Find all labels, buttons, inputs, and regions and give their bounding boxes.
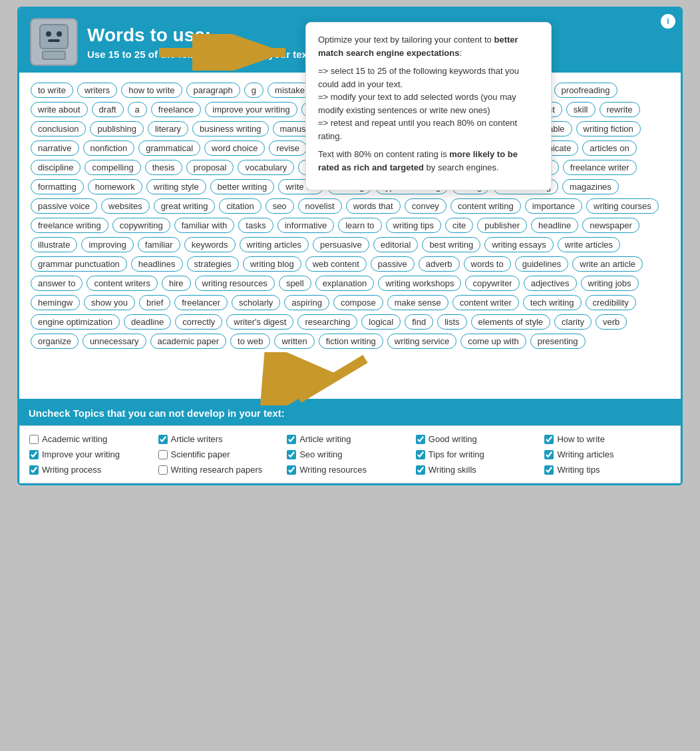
topic-checkbox[interactable] — [29, 450, 39, 459]
keyword-tag[interactable]: freelancer — [174, 295, 228, 310]
keyword-tag[interactable]: writing courses — [586, 198, 659, 214]
keyword-tag[interactable]: write articles — [558, 237, 620, 252]
keyword-tag[interactable]: strategies — [187, 256, 239, 272]
keyword-tag[interactable]: convey — [405, 198, 446, 214]
keyword-tag[interactable]: grammatical — [138, 140, 200, 156]
keyword-tag[interactable]: writing workshops — [378, 276, 461, 291]
keyword-tag[interactable]: great writing — [154, 198, 216, 214]
topic-checkbox[interactable] — [416, 435, 425, 444]
keyword-tag[interactable]: word choice — [204, 140, 265, 156]
keyword-tag[interactable]: writing articles — [240, 237, 309, 252]
keyword-tag[interactable]: writing blog — [243, 256, 301, 272]
keyword-tag[interactable]: seo — [265, 198, 294, 214]
keyword-tag[interactable]: freelance writer — [563, 160, 637, 175]
keyword-tag[interactable]: deadline — [124, 314, 171, 330]
keyword-tag[interactable]: web content — [305, 256, 367, 272]
keyword-tag[interactable]: come up with — [460, 334, 526, 349]
keyword-tag[interactable]: rewrite — [600, 102, 640, 117]
keyword-tag[interactable]: improve your writing — [205, 102, 297, 117]
keyword-tag[interactable]: illustrate — [31, 237, 77, 252]
keyword-tag[interactable]: aspiring — [284, 295, 329, 310]
keyword-tag[interactable]: brief — [139, 295, 170, 310]
keyword-tag[interactable]: tasks — [238, 218, 273, 233]
keyword-tag[interactable]: hemingw — [31, 295, 80, 310]
keyword-tag[interactable]: writing essays — [484, 237, 554, 252]
keyword-tag[interactable]: adverb — [419, 256, 460, 272]
keyword-tag[interactable]: content writing — [450, 198, 521, 214]
keyword-tag[interactable]: writing style — [146, 179, 206, 194]
keyword-tag[interactable]: persuasive — [313, 237, 369, 252]
keyword-tag[interactable]: familiar with — [174, 218, 235, 233]
keyword-tag[interactable]: proposal — [186, 160, 234, 175]
keyword-tag[interactable]: fiction writing — [319, 334, 383, 349]
keyword-tag[interactable]: newspaper — [582, 218, 639, 233]
keyword-tag[interactable]: academic paper — [150, 334, 227, 349]
keyword-tag[interactable]: better writing — [210, 179, 274, 194]
keyword-tag[interactable]: informative — [277, 218, 335, 233]
keyword-tag[interactable]: clarity — [554, 314, 592, 330]
keyword-tag[interactable]: cite — [445, 218, 473, 233]
keyword-tag[interactable]: words that — [346, 198, 401, 214]
keyword-tag[interactable]: adjectives — [524, 276, 577, 291]
keyword-tag[interactable]: organize — [31, 334, 79, 349]
topic-checkbox[interactable] — [29, 465, 39, 475]
topic-checkbox[interactable] — [158, 450, 168, 459]
keyword-tag[interactable]: skill — [566, 102, 596, 117]
keyword-tag[interactable]: show you — [84, 295, 135, 310]
keyword-tag[interactable]: correctly — [175, 314, 222, 330]
keyword-tag[interactable]: tech writing — [523, 295, 582, 310]
keyword-tag[interactable]: vocabulary — [238, 160, 294, 175]
topic-checkbox[interactable] — [416, 465, 425, 475]
keyword-tag[interactable]: business writing — [192, 121, 269, 136]
keyword-tag[interactable]: formatting — [31, 179, 84, 194]
keyword-tag[interactable]: g — [244, 83, 263, 98]
keyword-tag[interactable]: writers — [77, 83, 117, 98]
topic-checkbox[interactable] — [29, 435, 39, 444]
keyword-tag[interactable]: a — [128, 102, 147, 117]
topic-checkbox[interactable] — [416, 450, 425, 459]
keyword-tag[interactable]: citation — [219, 198, 261, 214]
keyword-tag[interactable]: write about — [31, 102, 88, 117]
keyword-tag[interactable]: editorial — [373, 237, 419, 252]
keyword-tag[interactable]: keywords — [184, 237, 236, 252]
keyword-tag[interactable]: magazines — [562, 179, 619, 194]
keyword-tag[interactable]: engine optimization — [31, 314, 120, 330]
keyword-tag[interactable]: homework — [88, 179, 142, 194]
keyword-tag[interactable]: writer's digest — [226, 314, 293, 330]
keyword-tag[interactable]: draft — [92, 102, 124, 117]
keyword-tag[interactable]: writing jobs — [581, 276, 639, 291]
keyword-tag[interactable]: websites — [101, 198, 150, 214]
keyword-tag[interactable]: novelist — [298, 198, 342, 214]
topic-checkbox[interactable] — [544, 450, 554, 459]
keyword-tag[interactable]: logical — [361, 314, 401, 330]
keyword-tag[interactable]: lists — [437, 314, 466, 330]
keyword-tag[interactable]: passive voice — [31, 198, 97, 214]
keyword-tag[interactable]: words to — [464, 256, 511, 272]
keyword-tag[interactable]: make sense — [387, 295, 448, 310]
keyword-tag[interactable]: proofreading — [554, 83, 617, 98]
keyword-tag[interactable]: headline — [531, 218, 578, 233]
keyword-tag[interactable]: answer to — [31, 276, 83, 291]
keyword-tag[interactable]: to web — [230, 334, 270, 349]
keyword-tag[interactable]: unnecessary — [83, 334, 146, 349]
keyword-tag[interactable]: compelling — [85, 160, 140, 175]
keyword-tag[interactable]: paragraph — [186, 83, 240, 98]
keyword-tag[interactable]: articles on — [582, 140, 636, 156]
keyword-tag[interactable]: elements of style — [471, 314, 551, 330]
keyword-tag[interactable]: writing fiction — [576, 121, 641, 136]
keyword-tag[interactable]: thesis — [145, 160, 182, 175]
topic-checkbox[interactable] — [544, 435, 554, 444]
keyword-tag[interactable]: discipline — [31, 160, 81, 175]
keyword-tag[interactable]: improving — [81, 237, 133, 252]
keyword-tag[interactable]: content writers — [87, 276, 158, 291]
keyword-tag[interactable]: guidelines — [515, 256, 569, 272]
keyword-tag[interactable]: presenting — [530, 334, 586, 349]
keyword-tag[interactable]: grammar punctuation — [31, 256, 127, 272]
keyword-tag[interactable]: researching — [297, 314, 357, 330]
keyword-tag[interactable]: importance — [525, 198, 582, 214]
keyword-tag[interactable]: hire — [162, 276, 191, 291]
topic-checkbox[interactable] — [158, 465, 168, 475]
keyword-tag[interactable]: copywriter — [465, 276, 519, 291]
keyword-tag[interactable]: freelance writing — [31, 218, 108, 233]
keyword-tag[interactable]: familiar — [138, 237, 180, 252]
